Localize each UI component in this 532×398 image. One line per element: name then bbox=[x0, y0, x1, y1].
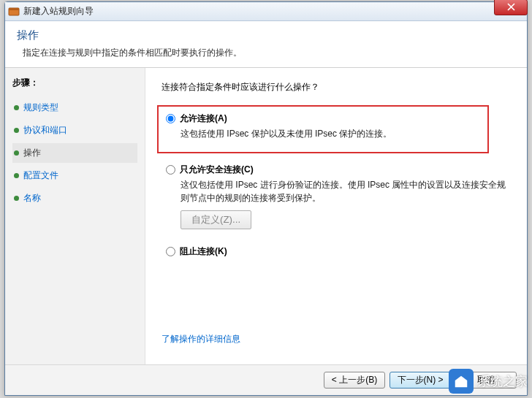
option-block-label: 阻止连接(K) bbox=[180, 245, 227, 258]
action-question: 连接符合指定条件时应该进行什么操作？ bbox=[162, 81, 511, 93]
bullet-icon bbox=[14, 196, 19, 201]
steps-sidebar: 步骤： 规则类型 协议和端口 操作 配置文件 名称 bbox=[5, 68, 145, 364]
app-icon bbox=[8, 6, 20, 18]
radio-block-connection[interactable] bbox=[166, 247, 175, 256]
cancel-button[interactable]: 取消 bbox=[455, 372, 517, 389]
customize-button: 自定义(Z)... bbox=[180, 210, 251, 229]
option-allow-label: 允许连接(A) bbox=[180, 112, 227, 125]
step-link: 操作 bbox=[23, 147, 41, 159]
titlebar: 新建入站规则向导 bbox=[5, 2, 527, 21]
steps-heading: 步骤： bbox=[12, 77, 137, 89]
step-link[interactable]: 协议和端口 bbox=[23, 124, 67, 137]
radio-allow-connection[interactable] bbox=[166, 114, 175, 123]
bullet-icon bbox=[14, 150, 19, 156]
wizard-window: 新建入站规则向导 操作 指定在连接与规则中指定的条件相匹配时要执行的操作。 步骤… bbox=[4, 1, 528, 396]
step-link[interactable]: 配置文件 bbox=[23, 169, 58, 182]
step-link[interactable]: 规则类型 bbox=[23, 102, 58, 114]
bullet-icon bbox=[14, 173, 19, 178]
close-button[interactable] bbox=[494, 0, 528, 15]
step-rule-type[interactable]: 规则类型 bbox=[12, 98, 137, 118]
step-action[interactable]: 操作 bbox=[12, 143, 137, 163]
option-allow-desc: 这包括使用 IPsec 保护以及未使用 IPsec 保护的连接。 bbox=[180, 127, 480, 140]
close-icon bbox=[507, 2, 515, 13]
main-panel: 连接符合指定条件时应该进行什么操作？ 允许连接(A) 这包括使用 IPsec 保… bbox=[145, 68, 527, 364]
page-title: 操作 bbox=[17, 28, 515, 42]
option-secure-desc: 这仅包括使用 IPsec 进行身份验证的连接。使用 IPsec 属性中的设置以及… bbox=[180, 178, 511, 204]
step-name[interactable]: 名称 bbox=[12, 188, 137, 208]
svg-rect-1 bbox=[9, 8, 19, 10]
radio-allow-secure[interactable] bbox=[166, 165, 175, 175]
wizard-body: 步骤： 规则类型 协议和端口 操作 配置文件 名称 连 bbox=[5, 68, 527, 364]
bullet-icon bbox=[14, 128, 19, 133]
option-secure-label: 只允许安全连接(C) bbox=[180, 164, 254, 176]
step-protocol-ports[interactable]: 协议和端口 bbox=[12, 120, 137, 140]
page-description: 指定在连接与规则中指定的条件相匹配时要执行的操作。 bbox=[17, 47, 515, 59]
next-button[interactable]: 下一步(N) > bbox=[390, 372, 451, 389]
window-title: 新建入站规则向导 bbox=[23, 5, 94, 18]
help-link[interactable]: 了解操作的详细信息 bbox=[162, 333, 511, 345]
step-profile[interactable]: 配置文件 bbox=[12, 166, 137, 185]
bullet-icon bbox=[14, 105, 19, 110]
back-button[interactable]: < 上一步(B) bbox=[324, 372, 385, 389]
step-link[interactable]: 名称 bbox=[23, 192, 41, 204]
highlighted-option: 允许连接(A) 这包括使用 IPsec 保护以及未使用 IPsec 保护的连接。 bbox=[157, 105, 489, 153]
wizard-header: 操作 指定在连接与规则中指定的条件相匹配时要执行的操作。 bbox=[5, 21, 527, 68]
wizard-footer: < 上一步(B) 下一步(N) > 取消 bbox=[5, 364, 527, 395]
